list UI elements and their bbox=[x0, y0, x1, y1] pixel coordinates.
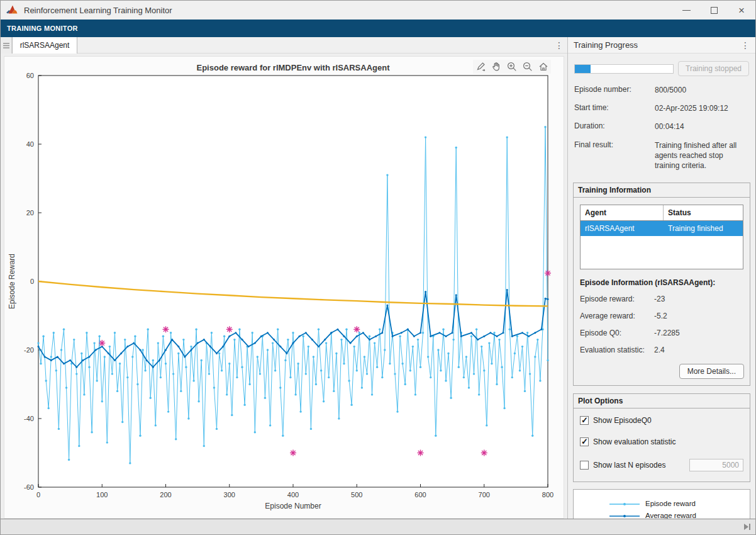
final-result-row: Final result: Training finished after al… bbox=[574, 140, 749, 171]
minimize-button[interactable] bbox=[672, 1, 700, 20]
show-last-n-episodes-checkbox[interactable] bbox=[580, 461, 589, 470]
table-empty-area bbox=[581, 236, 743, 269]
status-cell: Training finished bbox=[664, 221, 743, 236]
training-progress-bar bbox=[574, 64, 674, 74]
svg-text:Episode Number: Episode Number bbox=[265, 502, 321, 510]
svg-text:-60: -60 bbox=[24, 483, 34, 491]
show-episodeq0-row: Show EpisodeQ0 bbox=[580, 416, 743, 425]
training-information-title: Training Information bbox=[574, 183, 750, 198]
episode-reward-value: -23 bbox=[654, 295, 665, 303]
episode-q0-value: -7.2285 bbox=[654, 329, 680, 337]
app-window: Reinforcement Learning Training Monitor … bbox=[0, 0, 756, 535]
figure-canvas[interactable]: Episode reward for rlMDPEnv with rlSARSA… bbox=[4, 56, 564, 519]
window-title: Reinforcement Learning Training Monitor bbox=[24, 6, 172, 15]
svg-text:0: 0 bbox=[36, 491, 40, 498]
plot-options-title: Plot Options bbox=[574, 394, 750, 408]
episode-reward-chart[interactable]: 0100200300400500600700800-60-40-20020406… bbox=[4, 57, 564, 518]
svg-text:300: 300 bbox=[224, 491, 235, 498]
start-time-value: 02-Apr-2025 19:09:12 bbox=[655, 103, 749, 113]
svg-text:40: 40 bbox=[26, 140, 34, 148]
final-result-value: Training finished after all agents reach… bbox=[655, 140, 749, 171]
episode-q0-row: Episode Q0: -7.2285 bbox=[580, 329, 743, 337]
minimize-icon bbox=[682, 10, 691, 11]
svg-text:800: 800 bbox=[542, 491, 553, 498]
average-reward-row: Average reward: -5.2 bbox=[580, 312, 743, 320]
document-area: rlSARSAAgent ⋮ Episode reward for rlMDPE… bbox=[1, 37, 568, 519]
maximize-icon bbox=[711, 7, 718, 14]
training-progress-panel: Training Progress ⋮ Training stopped Epi… bbox=[568, 37, 755, 519]
svg-text:600: 600 bbox=[414, 491, 426, 498]
episode-number-row: Episode number: 800/5000 bbox=[574, 85, 749, 95]
document-list-button[interactable] bbox=[1, 37, 12, 54]
toolstrip: TRAINING MONITOR bbox=[1, 20, 755, 37]
tab-rlsarsaagent[interactable]: rlSARSAAgent bbox=[12, 37, 77, 54]
show-episodeq0-checkbox[interactable] bbox=[580, 416, 589, 425]
start-time-row: Start time: 02-Apr-2025 19:09:12 bbox=[574, 103, 749, 113]
episode-reward-row: Episode reward: -23 bbox=[580, 295, 743, 303]
close-icon: × bbox=[738, 5, 745, 16]
duration-row: Duration: 00:04:14 bbox=[574, 121, 749, 132]
panel-title: Training Progress bbox=[574, 40, 638, 50]
evaluation-statistic-value: 2.4 bbox=[654, 346, 665, 354]
svg-text:400: 400 bbox=[287, 491, 299, 498]
panel-actions-menu[interactable]: ⋮ bbox=[741, 40, 750, 50]
svg-text:20: 20 bbox=[26, 209, 34, 217]
episode-reward-line-sample-icon bbox=[609, 500, 640, 508]
svg-text:100: 100 bbox=[96, 491, 108, 498]
expand-icon[interactable] bbox=[743, 523, 751, 531]
status-bar bbox=[1, 519, 755, 534]
toolstrip-tab-training-monitor[interactable]: TRAINING MONITOR bbox=[1, 25, 78, 32]
progress-fill bbox=[575, 65, 591, 73]
duration-value: 00:04:14 bbox=[655, 121, 749, 132]
show-evaluation-statistic-row: Show evaluation statistic bbox=[580, 437, 743, 446]
show-last-n-episodes-row: Show last N episodes bbox=[580, 459, 743, 471]
svg-text:500: 500 bbox=[351, 491, 362, 498]
svg-text:700: 700 bbox=[479, 491, 490, 498]
close-button[interactable]: × bbox=[728, 1, 755, 20]
panel-header: Training Progress ⋮ bbox=[568, 37, 755, 54]
agent-cell: rlSARSAAgent bbox=[581, 221, 664, 236]
table-header-row: Agent Status bbox=[581, 205, 743, 221]
svg-text:0: 0 bbox=[30, 278, 34, 285]
table-row[interactable]: rlSARSAAgent Training finished bbox=[581, 221, 743, 236]
svg-text:60: 60 bbox=[26, 72, 34, 79]
episode-information-title: Episode Information (rlSARSAAgent): bbox=[580, 278, 743, 287]
maximize-button[interactable] bbox=[700, 1, 728, 20]
more-details-button[interactable]: More Details... bbox=[679, 364, 744, 379]
plot-options-group: Plot Options Show EpisodeQ0 Show evaluat… bbox=[573, 393, 750, 482]
legend-item-episode-reward: Episode reward bbox=[574, 499, 750, 509]
average-reward-value: -5.2 bbox=[654, 312, 667, 320]
svg-text:-40: -40 bbox=[24, 415, 34, 422]
matlab-logo-icon bbox=[6, 4, 19, 16]
n-episodes-input[interactable] bbox=[689, 459, 743, 471]
document-actions-menu[interactable]: ⋮ bbox=[551, 37, 567, 53]
svg-text:-20: -20 bbox=[24, 346, 34, 354]
title-bar: Reinforcement Learning Training Monitor … bbox=[1, 1, 755, 20]
list-icon bbox=[3, 43, 9, 48]
show-evaluation-statistic-checkbox[interactable] bbox=[580, 437, 589, 446]
episode-number-value: 800/5000 bbox=[655, 85, 749, 95]
evaluation-statistic-row: Evaluation statistic: 2.4 bbox=[580, 346, 743, 354]
svg-text:200: 200 bbox=[160, 491, 171, 498]
document-tab-bar: rlSARSAAgent ⋮ bbox=[1, 37, 567, 54]
training-information-group: Training Information Agent Status rlSARS… bbox=[573, 183, 750, 386]
agent-status-table: Agent Status rlSARSAAgent Training finis… bbox=[580, 205, 743, 269]
svg-text:Episode Reward: Episode Reward bbox=[8, 254, 16, 309]
training-stopped-button: Training stopped bbox=[678, 61, 749, 76]
